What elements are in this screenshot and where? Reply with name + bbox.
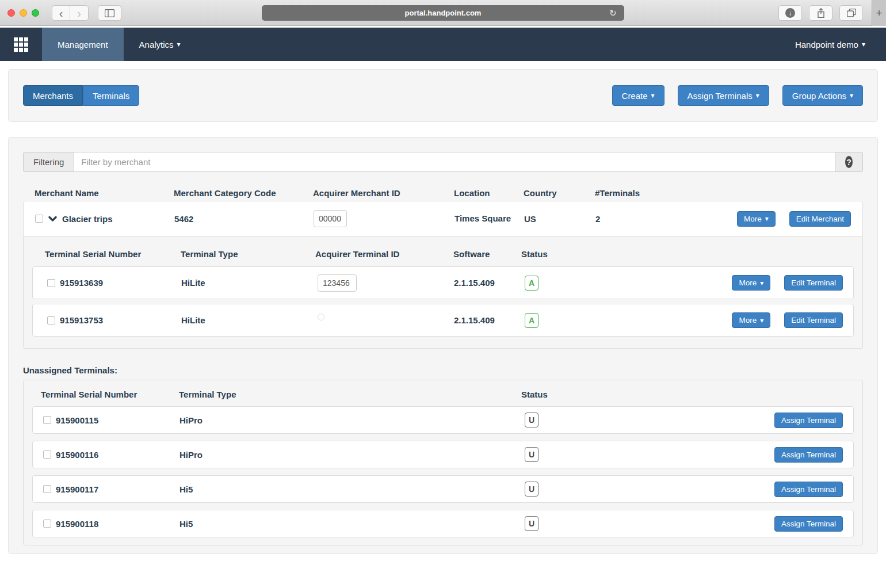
assign-terminals-button-label: Assign Terminals [688,91,753,101]
caret-down-icon: ▾ [760,316,763,324]
caret-down-icon: ▾ [765,215,769,223]
status-badge-unassigned: U [525,413,539,427]
account-menu[interactable]: Handpoint demo ▾ [795,28,865,61]
tab-management[interactable]: Management [42,28,124,61]
toolbar-panel: Merchants Terminals Create ▾ Assign Term… [8,69,878,122]
sidebar-toggle-button[interactable] [98,5,121,21]
unassigned-terminals-panel: Terminal Serial Number Terminal Type Sta… [23,380,863,545]
terminal-checkbox[interactable] [43,485,51,493]
acquirer-terminal-id-input[interactable] [318,274,357,292]
terminal-software: 2.1.15.409 [454,315,525,325]
apps-grid-icon [14,37,28,52]
sidebar-icon [105,9,114,17]
assign-terminals-button[interactable]: Assign Terminals ▾ [678,85,769,106]
caret-down-icon: ▾ [651,91,655,100]
toolbar-actions: Create ▾ Assign Terminals ▾ Group Action… [612,85,863,106]
merchant-terminals-count: 2 [595,214,737,224]
downloads-button[interactable]: ↓ [778,5,802,21]
terminal-serial: 915900115 [56,415,98,425]
loading-spinner-icon [318,314,324,320]
terminals-tab-button[interactable]: Terminals [83,85,139,106]
terminal-checkbox[interactable] [47,316,55,324]
col-location: Location [454,188,524,198]
reload-icon[interactable]: ↻ [609,8,624,18]
account-name: Handpoint demo [795,40,858,49]
merchant-more-button[interactable]: More ▾ [737,211,776,227]
apps-menu-button[interactable] [0,28,42,61]
col-terminal-type: Terminal Type [179,390,521,399]
forward-button[interactable]: › [70,6,88,20]
close-window-button[interactable] [7,9,15,17]
assign-terminal-button[interactable]: Assign Terminal [774,413,843,428]
more-label: More [739,316,757,324]
terminal-row: 915913753 HiLite 2.1.15.409 A More ▾ Edi… [32,304,854,337]
edit-terminal-button[interactable]: Edit Terminal [784,312,843,328]
share-icon [817,8,825,18]
more-label: More [744,215,762,223]
minimize-window-button[interactable] [20,9,27,17]
assign-terminal-button[interactable]: Assign Terminal [774,482,843,497]
merchant-mcc: 5462 [174,214,314,224]
tabs-icon [847,9,856,17]
merchant-row: Glacier trips 5462 Times Square US 2 Mor… [23,201,863,236]
tab-management-label: Management [58,40,108,49]
terminal-more-button[interactable]: More ▾ [732,312,770,328]
terminal-checkbox[interactable] [43,520,51,528]
more-label: More [739,278,757,287]
tab-overview-button[interactable] [839,5,863,21]
group-actions-button[interactable]: Group Actions ▾ [782,85,863,106]
app-navbar: Management Analytics ▾ Handpoint demo ▾ [0,28,886,61]
terminal-table-header: Terminal Serial Number Terminal Type Acq… [24,236,862,266]
terminal-type: HiLite [181,278,318,288]
create-button[interactable]: Create ▾ [612,85,664,106]
traffic-lights [7,9,39,17]
status-badge-active: A [525,313,539,328]
terminal-type: HiPro [180,450,525,460]
terminal-checkbox[interactable] [47,279,55,287]
caret-down-icon: ▾ [760,279,763,287]
terminal-checkbox[interactable] [43,416,51,424]
edit-merchant-button[interactable]: Edit Merchant [789,211,851,227]
back-button[interactable]: ‹ [52,6,70,20]
status-badge-unassigned: U [525,447,539,462]
col-mcc: Merchant Category Code [174,188,313,198]
col-acquirer-merchant-id: Acquirer Merchant ID [313,188,454,198]
status-badge-active: A [525,276,539,291]
merchant-checkbox[interactable] [35,215,43,223]
merchant-filter-input[interactable] [74,152,835,172]
collapse-merchant-icon[interactable] [48,216,57,222]
unassigned-table-header: Terminal Serial Number Terminal Type Sta… [24,380,862,406]
address-bar[interactable]: portal.handpoint.com ↻ [262,5,624,21]
unassigned-terminals-title: Unassigned Terminals: [23,365,863,375]
tab-analytics[interactable]: Analytics ▾ [124,28,196,61]
download-icon: ↓ [785,8,795,18]
col-status: Status [521,390,851,399]
acquirer-merchant-id-input[interactable] [314,210,347,227]
status-badge-unassigned: U [525,516,539,531]
merchants-tab-button[interactable]: Merchants [23,85,83,106]
share-button[interactable] [809,5,832,21]
status-badge-unassigned: U [525,482,539,497]
assign-terminal-button[interactable]: Assign Terminal [774,447,843,463]
col-country: Country [524,188,595,198]
create-button-label: Create [622,91,648,101]
caret-down-icon: ▾ [756,91,759,100]
tab-analytics-label: Analytics [139,40,174,49]
edit-terminal-button[interactable]: Edit Terminal [784,275,843,291]
merchant-country: US [524,214,595,224]
terminal-checkbox[interactable] [43,450,51,459]
col-merchant-name: Merchant Name [35,188,174,198]
group-actions-button-label: Group Actions [792,91,846,101]
merchant-location: Times Square [455,213,524,224]
help-button[interactable]: ? [835,152,863,172]
new-tab-button[interactable]: + [872,0,886,26]
view-switch: Merchants Terminals [23,85,139,106]
unassigned-terminal-row: 915900116 HiPro U Assign Terminal [32,441,854,468]
caret-down-icon: ▾ [177,40,181,48]
terminal-more-button[interactable]: More ▾ [732,275,770,291]
zoom-window-button[interactable] [32,9,39,17]
main-panel: Filtering ? Merchant Name Merchant Categ… [8,137,878,554]
assign-terminal-button[interactable]: Assign Terminal [774,516,843,532]
col-terminals-count: #Terminals [595,188,851,198]
col-terminal-serial: Terminal Serial Number [45,249,181,259]
